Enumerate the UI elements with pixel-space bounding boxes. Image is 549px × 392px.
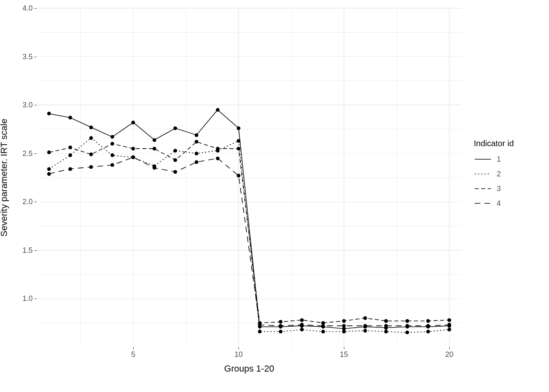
y-tick-label: 2.5 — [8, 149, 33, 158]
data-point — [216, 108, 219, 112]
y-tick-label: 2.0 — [8, 198, 33, 206]
y-tick-label: 3.0 — [8, 101, 33, 109]
data-point — [237, 174, 241, 178]
legend-key-icon — [474, 199, 492, 208]
legend-label: 4 — [497, 199, 501, 208]
x-tick-label: 5 — [131, 350, 135, 359]
legend-key-icon — [474, 184, 492, 193]
data-point — [279, 330, 283, 334]
data-point — [300, 318, 304, 322]
data-point — [300, 328, 304, 332]
data-point — [89, 136, 93, 140]
data-point — [426, 319, 430, 323]
legend-item-3: 3 — [474, 184, 543, 193]
data-point — [174, 170, 177, 174]
data-point — [405, 324, 409, 327]
x-axis-title: Groups 1-20 — [37, 363, 462, 374]
series-line-2 — [49, 138, 449, 333]
data-point — [237, 139, 241, 143]
data-point — [321, 324, 325, 327]
data-point — [132, 147, 135, 150]
data-point — [426, 324, 430, 327]
y-tick-label: 1.0 — [8, 294, 33, 303]
legend-item-4: 4 — [474, 199, 543, 208]
data-point — [68, 116, 72, 119]
data-point — [363, 324, 367, 327]
data-point — [174, 127, 177, 130]
legend-key-icon — [474, 155, 492, 164]
data-point — [363, 329, 367, 332]
data-point — [342, 330, 346, 334]
legend-label: 2 — [497, 170, 501, 178]
y-axis-title: Severity parameter. IRT scale — [0, 119, 9, 237]
series-line-1 — [49, 110, 449, 329]
data-point — [174, 158, 177, 162]
data-point — [384, 319, 388, 323]
data-point — [47, 172, 51, 176]
data-point — [258, 330, 261, 334]
data-point — [216, 147, 219, 150]
data-point — [110, 135, 114, 139]
data-point — [237, 147, 241, 150]
x-tick-label: 20 — [445, 350, 453, 359]
data-point — [321, 330, 325, 334]
data-point — [384, 330, 388, 334]
data-point — [152, 147, 156, 150]
legend-item-2: 2 — [474, 169, 543, 178]
data-point — [110, 154, 114, 157]
legend: Indicator id 1234 — [474, 139, 543, 214]
data-point — [152, 166, 156, 170]
data-point — [68, 154, 72, 157]
legend-item-1: 1 — [474, 155, 543, 164]
data-point — [47, 151, 51, 154]
y-tick-label: 1.5 — [8, 246, 33, 254]
data-point — [47, 112, 51, 116]
data-point — [448, 328, 451, 332]
data-point — [405, 319, 409, 323]
data-point — [279, 320, 283, 324]
chart-lines — [37, 8, 462, 347]
data-point — [89, 153, 93, 156]
data-point — [363, 316, 367, 320]
x-tick-label: 15 — [340, 350, 348, 359]
data-point — [342, 319, 346, 323]
data-point — [448, 323, 451, 327]
data-point — [89, 125, 93, 129]
data-point — [342, 324, 346, 327]
data-point — [195, 160, 199, 164]
data-point — [195, 151, 199, 155]
data-point — [195, 133, 199, 137]
data-point — [300, 323, 304, 327]
data-point — [258, 323, 261, 327]
legend-title: Indicator id — [474, 139, 543, 148]
data-point — [384, 324, 388, 327]
y-tick-label: 4.0 — [8, 4, 33, 13]
data-point — [110, 142, 114, 146]
data-point — [448, 318, 451, 322]
y-tick-label: 3.5 — [8, 52, 33, 61]
series-line-3 — [49, 142, 449, 323]
data-point — [68, 167, 72, 171]
data-point — [426, 330, 430, 334]
data-point — [405, 331, 409, 334]
data-point — [47, 167, 51, 171]
data-point — [216, 156, 219, 160]
x-tick-label: 10 — [234, 350, 243, 359]
legend-label: 3 — [497, 185, 501, 193]
data-point — [237, 127, 241, 130]
data-point — [152, 138, 156, 142]
data-point — [279, 324, 283, 327]
data-point — [195, 140, 199, 144]
data-point — [174, 149, 177, 152]
data-point — [132, 156, 135, 159]
data-point — [68, 146, 72, 149]
chart-figure: 5101520 1.01.52.02.53.03.54.0 Groups 1-2… — [0, 0, 549, 392]
legend-items: 1234 — [474, 155, 543, 208]
legend-key-icon — [474, 169, 492, 178]
plot-panel — [37, 8, 462, 347]
series-line-4 — [49, 157, 449, 326]
legend-label: 1 — [497, 155, 501, 164]
data-point — [132, 120, 135, 124]
data-point — [110, 163, 114, 167]
data-point — [89, 165, 93, 169]
